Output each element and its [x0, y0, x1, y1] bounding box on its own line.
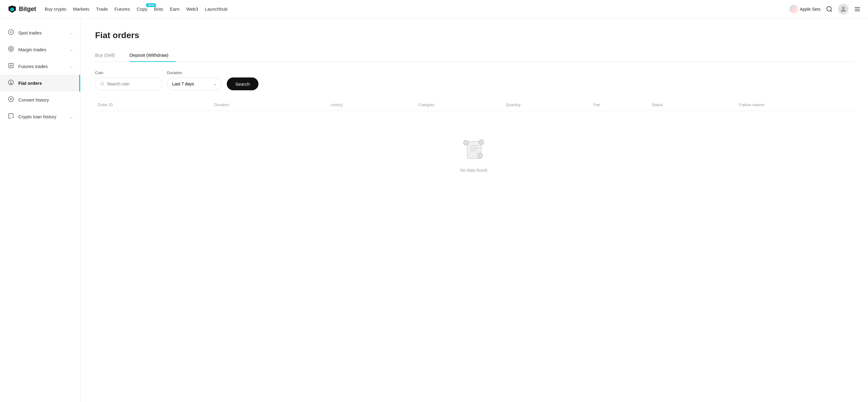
- empty-illustration: [461, 136, 488, 163]
- tabs: Buy (Sell) Deposit (Withdraw): [95, 49, 854, 62]
- col-status: Status: [649, 101, 737, 108]
- main-content: Fiat orders Buy (Sell) Deposit (Withdraw…: [81, 18, 868, 402]
- svg-point-0: [827, 6, 831, 11]
- chevron-crypto-loan: ⌄: [70, 115, 73, 119]
- crypto-loan-icon: [7, 113, 14, 121]
- svg-point-18: [477, 153, 483, 158]
- chevron-margin-trades: ⌄: [70, 48, 73, 52]
- filter-group-duration: Duration Last 7 days Last 30 days Last 9…: [167, 70, 222, 90]
- search-button[interactable]: [826, 6, 833, 12]
- svg-point-16: [464, 140, 468, 145]
- nav-web3[interactable]: Web3: [186, 6, 198, 11]
- menu-button[interactable]: [854, 6, 861, 12]
- nav-buy-crypto[interactable]: Buy crypto: [45, 6, 66, 11]
- sidebar-label-fiat-orders: Fiat orders: [18, 81, 42, 86]
- duration-filter-label: Duration: [167, 70, 222, 75]
- nav-bots[interactable]: Bots: [154, 6, 163, 11]
- filters: Coin Duration Last 7 days Last 30 days: [95, 70, 854, 90]
- apple-sets-label: Apple Sets: [800, 7, 820, 11]
- coin-search-wrap: [95, 78, 162, 90]
- col-category: Category: [416, 101, 503, 108]
- svg-point-1: [842, 7, 844, 9]
- col-fee: Fee: [591, 101, 649, 108]
- table-header: Order ID Duration coin(s) Category Quant…: [95, 99, 854, 111]
- sidebar: Spot trades ⌄ Margin trades ⌄ Futures tr…: [0, 18, 81, 402]
- futures-trades-icon: [7, 62, 14, 70]
- search-button[interactable]: Search: [227, 78, 258, 90]
- page-layout: Spot trades ⌄ Margin trades ⌄ Futures tr…: [0, 18, 868, 402]
- sidebar-item-fiat-orders[interactable]: Fiat orders: [0, 75, 80, 91]
- svg-point-11: [101, 82, 104, 85]
- col-duration: Duration: [212, 101, 329, 108]
- sidebar-label-convert-history: Convert history: [18, 97, 49, 103]
- convert-history-icon: [7, 96, 14, 104]
- nav-trade[interactable]: Trade: [96, 6, 108, 11]
- coin-search-input[interactable]: [107, 81, 157, 86]
- fiat-orders-icon: [7, 79, 14, 87]
- svg-point-7: [10, 48, 12, 50]
- logo-text: Bitget: [19, 5, 36, 12]
- col-failure-reason: Failure reason: [737, 101, 854, 108]
- coin-search-icon: [100, 81, 104, 87]
- avatar[interactable]: [838, 4, 848, 15]
- empty-state: No data found.: [95, 111, 854, 197]
- sidebar-item-crypto-loan-history[interactable]: Crypto loan history ⌄: [0, 108, 80, 125]
- page-title: Fiat orders: [95, 30, 854, 40]
- chevron-futures-trades: ⌄: [70, 64, 73, 68]
- sidebar-label-crypto-loan: Crypto loan history: [18, 114, 56, 119]
- spot-trades-icon: [7, 29, 14, 37]
- tab-deposit-withdraw[interactable]: Deposit (Withdraw): [129, 49, 176, 62]
- nav-links: Buy crypto Markets Trade Futures Copy NE…: [45, 6, 781, 11]
- nav-earn[interactable]: Earn: [170, 6, 180, 11]
- sidebar-label-margin-trades: Margin trades: [18, 47, 46, 52]
- nav-markets[interactable]: Markets: [73, 6, 89, 11]
- sidebar-item-spot-trades[interactable]: Spot trades ⌄: [0, 24, 80, 41]
- duration-select[interactable]: Last 7 days Last 30 days Last 90 days: [172, 81, 211, 86]
- sidebar-item-futures-trades[interactable]: Futures trades ⌄: [0, 58, 80, 75]
- margin-trades-icon: [7, 46, 14, 54]
- svg-point-17: [479, 140, 484, 145]
- nav-futures[interactable]: Futures: [115, 6, 130, 11]
- svg-point-6: [8, 46, 14, 52]
- nav-copy[interactable]: Copy NEW: [136, 6, 147, 11]
- col-quantity: Quantity: [503, 101, 591, 108]
- apple-sets[interactable]: Apple Sets: [789, 5, 820, 13]
- duration-select-wrap: Last 7 days Last 30 days Last 90 days ⌄: [167, 78, 222, 90]
- filter-group-coin: Coin: [95, 70, 162, 90]
- col-coins: coin(s): [329, 101, 416, 108]
- header: Bitget Buy crypto Markets Trade Futures …: [0, 0, 868, 18]
- sidebar-label-spot-trades: Spot trades: [18, 30, 42, 35]
- header-right: Apple Sets: [789, 4, 861, 15]
- sidebar-item-margin-trades[interactable]: Margin trades ⌄: [0, 41, 80, 58]
- sidebar-label-futures-trades: Futures trades: [18, 64, 48, 69]
- col-order-id: Order ID: [95, 101, 212, 108]
- logo[interactable]: Bitget: [7, 4, 36, 14]
- coin-filter-label: Coin: [95, 70, 162, 75]
- chevron-spot-trades: ⌄: [70, 31, 73, 35]
- tab-buy-sell[interactable]: Buy (Sell): [95, 49, 122, 62]
- apple-sets-icon: [789, 5, 798, 13]
- duration-chevron-icon: ⌄: [214, 82, 217, 86]
- nav-launchhub[interactable]: Launchhub: [205, 6, 227, 11]
- sidebar-item-convert-history[interactable]: Convert history: [0, 91, 80, 108]
- empty-text: No data found.: [460, 168, 488, 173]
